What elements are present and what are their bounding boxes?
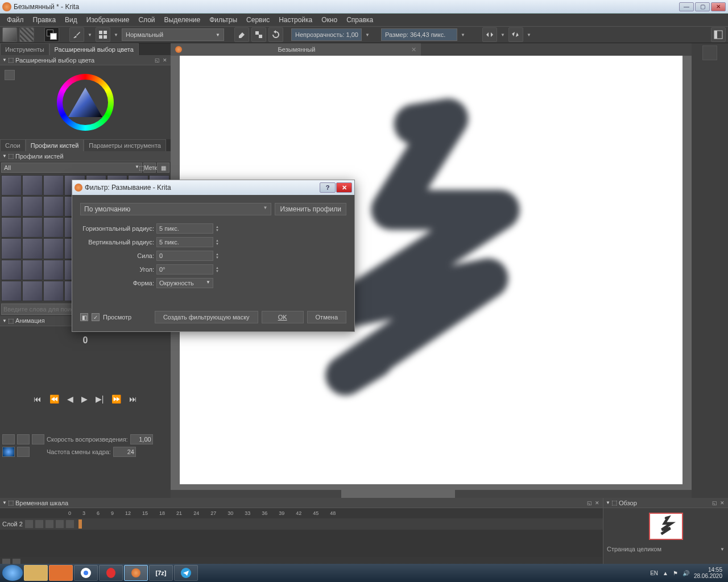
tab-layers[interactable]: Слои [0, 139, 26, 151]
menu-window[interactable]: Окно [317, 15, 342, 25]
spinner[interactable]: ▲▼ [216, 252, 224, 259]
start-button[interactable] [2, 565, 23, 581]
taskbar-krita[interactable] [124, 565, 148, 581]
brush-preset[interactable] [1, 260, 22, 280]
menu-edit[interactable]: Правка [28, 15, 61, 25]
edit-profiles-button[interactable]: Изменить профили [275, 203, 346, 215]
taskbar-telegram[interactable] [174, 565, 198, 581]
spinner[interactable]: ▲▼ [216, 266, 224, 273]
angle-input[interactable]: 0° [156, 264, 213, 275]
first-frame-button[interactable]: ⏮ [34, 394, 42, 404]
spinner[interactable]: ▲▼ [216, 239, 224, 246]
minimize-button[interactable]: — [679, 2, 694, 11]
last-frame-button[interactable]: ⏭ [129, 394, 137, 404]
brush-preset[interactable] [22, 217, 43, 238]
gradient-swatch[interactable] [2, 27, 17, 42]
opt-icon[interactable] [32, 434, 44, 444]
onion-icon[interactable] [2, 447, 15, 457]
brush-preset[interactable] [22, 175, 43, 196]
menu-layer[interactable]: Слой [134, 15, 159, 25]
speed-input[interactable]: 1,00 [130, 434, 153, 444]
brush-preset-button[interactable] [69, 27, 84, 42]
cancel-button[interactable]: Отмена [307, 311, 346, 323]
overview-thumbnail[interactable] [649, 513, 683, 540]
menu-view[interactable]: Вид [60, 15, 82, 25]
ok-button[interactable]: OK [262, 311, 304, 323]
brush-preset[interactable] [1, 217, 22, 238]
fg-bg-swap[interactable] [44, 27, 59, 42]
float-icon[interactable]: ◱ [154, 57, 160, 64]
mirror-h-button[interactable] [482, 27, 497, 42]
brush-dropdown[interactable]: ▼ [86, 32, 93, 38]
spinner[interactable]: ▲▼ [216, 225, 224, 232]
mirror-v-dropdown[interactable]: ▼ [526, 32, 532, 38]
close-tab-icon[interactable]: ✕ [411, 46, 416, 53]
plus-icon[interactable] [66, 520, 74, 528]
mirror-v-button[interactable] [508, 27, 523, 42]
close-button[interactable]: ✕ [711, 2, 726, 11]
editor-dropdown[interactable]: ▼ [113, 32, 119, 38]
lightbulb-icon[interactable] [35, 520, 43, 528]
brush-preset[interactable] [43, 238, 64, 259]
tab-toolopts[interactable]: Параметры инструмента [84, 139, 166, 151]
menu-selection[interactable]: Выделение [160, 15, 205, 25]
brush-preset[interactable] [1, 196, 22, 217]
float-icon[interactable]: ◱ [711, 500, 718, 506]
tab-tools[interactable]: Инструменты [0, 43, 49, 55]
play-button[interactable]: ▶ [81, 394, 88, 404]
preset-select[interactable]: По умолчанию▼ [80, 203, 271, 215]
brush-preset[interactable] [43, 196, 64, 217]
close-panel-icon[interactable]: ✕ [594, 500, 601, 506]
fps-input[interactable]: 24 [113, 447, 136, 457]
close-panel-icon[interactable]: ✕ [162, 57, 168, 64]
taskbar-chrome[interactable] [74, 565, 98, 581]
dialog-help-button[interactable]: ? [320, 182, 336, 193]
keyframe-marker[interactable] [78, 519, 82, 529]
menu-tools[interactable]: Сервис [242, 15, 274, 25]
tag-button[interactable]: ⬚ Метка [143, 163, 156, 173]
tray-action-icon[interactable]: ⚑ [673, 570, 678, 576]
brush-preset[interactable] [43, 217, 64, 238]
dialog-close-button[interactable]: ✕ [336, 182, 352, 193]
clock-time[interactable]: 14:55 [694, 567, 722, 573]
opt-icon[interactable] [17, 434, 30, 444]
brush-editor-button[interactable] [96, 27, 110, 42]
brush-preset[interactable] [22, 196, 43, 217]
reload-brush[interactable] [268, 27, 283, 42]
blend-mode-select[interactable]: Нормальный▼ [122, 28, 224, 41]
brush-tag-filter[interactable]: All▼ [1, 163, 142, 173]
opt-icon[interactable] [2, 434, 15, 444]
dialog-titlebar[interactable]: Фильтр: Размывание - Krita ? ✕ [72, 180, 354, 195]
size-field[interactable]: Размер: 364,43 пикс. [381, 28, 457, 41]
menu-filters[interactable]: Фильтры [205, 15, 242, 25]
opacity-dropdown[interactable]: ▼ [364, 32, 371, 38]
float-icon[interactable]: ◱ [586, 500, 593, 506]
next-keyframe-button[interactable]: ⏩ [111, 394, 121, 404]
chevron-down-icon[interactable]: ▼ [720, 547, 725, 552]
preview-checkbox[interactable]: ✓ [92, 313, 100, 321]
h-radius-input[interactable]: 5 пикс. [156, 223, 213, 234]
taskbar-media[interactable] [49, 565, 73, 581]
opacity-field[interactable]: Непрозрачность: 1,00 [291, 28, 362, 41]
timeline-layer-row[interactable]: Слой 2 [0, 518, 603, 530]
tab-advcolor[interactable]: Расширенный выбор цвета [49, 43, 139, 55]
document-tab[interactable]: Безымянный ✕ [171, 43, 421, 56]
brush-preset[interactable] [43, 175, 64, 196]
lang-indicator[interactable]: EN [650, 570, 658, 576]
v-radius-input[interactable]: 5 пикс. [156, 237, 213, 247]
misc-icon[interactable] [56, 520, 64, 528]
menu-settings[interactable]: Настройка [274, 15, 317, 25]
prev-frame-button[interactable]: ◀ [67, 394, 73, 404]
split-preview-icon[interactable]: ◧ [80, 313, 88, 321]
brush-preset[interactable] [43, 281, 64, 301]
eraser-toggle[interactable] [234, 27, 249, 42]
color-options-icon[interactable] [5, 70, 15, 80]
brush-preset[interactable] [1, 238, 22, 259]
workspace-button[interactable] [711, 27, 726, 42]
taskbar-explorer[interactable] [24, 565, 48, 581]
tray-volume-icon[interactable]: 🔊 [682, 570, 689, 576]
opt-icon[interactable] [17, 447, 30, 457]
brush-preset[interactable] [22, 281, 43, 301]
mirror-h-dropdown[interactable]: ▼ [499, 32, 506, 38]
brush-preset[interactable] [43, 260, 64, 280]
